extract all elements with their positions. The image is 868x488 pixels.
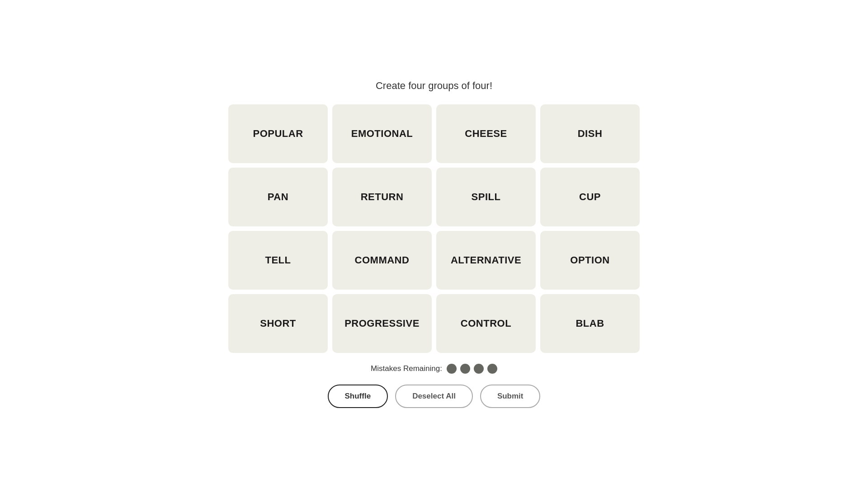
tile-control[interactable]: CONTROL: [436, 294, 536, 353]
buttons-row: Shuffle Deselect All Submit: [328, 385, 541, 408]
tile-label-dish: DISH: [574, 124, 606, 143]
tile-label-cup: CUP: [576, 188, 604, 206]
tile-return[interactable]: RETURN: [332, 168, 432, 226]
subtitle: Create four groups of four!: [376, 80, 492, 92]
mistake-dot-1: [447, 364, 457, 374]
tile-progressive[interactable]: PROGRESSIVE: [332, 294, 432, 353]
tile-label-spill: SPILL: [468, 188, 505, 206]
word-grid: POPULAREMOTIONALCHEESEDISHPANRETURNSPILL…: [228, 104, 640, 353]
tile-tell[interactable]: TELL: [228, 231, 328, 290]
deselect-all-button[interactable]: Deselect All: [395, 385, 473, 408]
mistakes-section: Mistakes Remaining:: [371, 364, 497, 374]
tile-label-short: SHORT: [256, 314, 300, 333]
tile-option[interactable]: OPTION: [540, 231, 640, 290]
tile-label-tell: TELL: [262, 251, 295, 270]
tile-alternative[interactable]: ALTERNATIVE: [436, 231, 536, 290]
tile-label-popular: POPULAR: [249, 124, 307, 143]
tile-label-control: CONTROL: [457, 314, 515, 333]
mistake-dot-2: [460, 364, 470, 374]
mistakes-label: Mistakes Remaining:: [371, 364, 442, 373]
tile-cheese[interactable]: CHEESE: [436, 104, 536, 163]
tile-cup[interactable]: CUP: [540, 168, 640, 226]
tile-label-command: COMMAND: [351, 251, 413, 270]
tile-label-alternative: ALTERNATIVE: [447, 251, 525, 270]
tile-popular[interactable]: POPULAR: [228, 104, 328, 163]
tile-label-return: RETURN: [357, 188, 407, 206]
tile-dish[interactable]: DISH: [540, 104, 640, 163]
tile-spill[interactable]: SPILL: [436, 168, 536, 226]
mistakes-dots: [447, 364, 497, 374]
tile-blab[interactable]: BLAB: [540, 294, 640, 353]
tile-short[interactable]: SHORT: [228, 294, 328, 353]
tile-label-option: OPTION: [566, 251, 613, 270]
submit-button[interactable]: Submit: [480, 385, 541, 408]
shuffle-button[interactable]: Shuffle: [328, 385, 388, 408]
tile-emotional[interactable]: EMOTIONAL: [332, 104, 432, 163]
mistake-dot-3: [474, 364, 484, 374]
page-container: Create four groups of four! POPULAREMOTI…: [0, 80, 868, 408]
tile-command[interactable]: COMMAND: [332, 231, 432, 290]
tile-label-emotional: EMOTIONAL: [348, 124, 417, 143]
tile-pan[interactable]: PAN: [228, 168, 328, 226]
tile-label-blab: BLAB: [572, 314, 608, 333]
mistake-dot-4: [487, 364, 497, 374]
tile-label-progressive: PROGRESSIVE: [341, 314, 423, 333]
tile-label-pan: PAN: [264, 188, 292, 206]
tile-label-cheese: CHEESE: [461, 124, 510, 143]
